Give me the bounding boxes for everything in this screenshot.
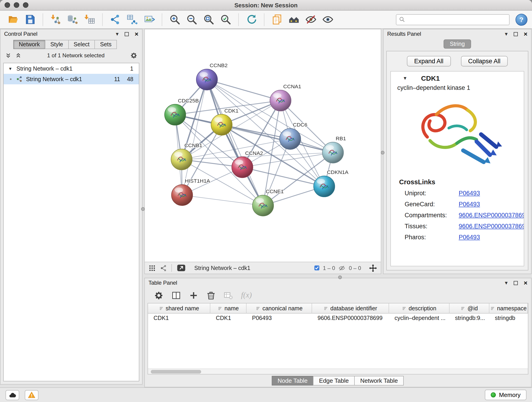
tab-string[interactable]: String <box>443 39 471 49</box>
panel-menu-caret-icon[interactable]: ▾ <box>116 31 119 37</box>
duplicate-network-button[interactable] <box>268 12 285 27</box>
memory-button[interactable]: Memory <box>485 390 526 400</box>
zoom-fit-button[interactable] <box>200 12 217 27</box>
network-node-ccne1[interactable] <box>253 195 273 216</box>
table-horizontal-scrollbar[interactable] <box>148 369 528 374</box>
network-edge[interactable] <box>182 195 263 206</box>
network-canvas[interactable]: CCNB2CCNA1CDC25BCDK1CDC6RB1CCNB1CCNA2CDK… <box>144 29 381 262</box>
network-from-table-button[interactable] <box>124 12 141 27</box>
gear-icon[interactable] <box>130 52 138 59</box>
cell-namespace[interactable]: stringdb <box>489 313 528 323</box>
network-collection-row[interactable]: ▼ String Network – cdk1 1 <box>4 63 139 74</box>
collapse-all-button[interactable]: Collapse All <box>461 56 508 66</box>
show-columns-icon[interactable] <box>171 290 181 300</box>
network-node-cdc25b[interactable] <box>165 104 186 125</box>
collapse-all-icon[interactable] <box>5 52 12 59</box>
network-row-selected[interactable]: ● String Network – cdk1 11 48 <box>4 74 139 84</box>
network-node-ccna1[interactable] <box>270 90 291 111</box>
column-header-canonical-name[interactable]: canonical name <box>247 303 312 313</box>
panel-close-icon[interactable]: × <box>135 31 138 37</box>
gene-card-header[interactable]: ▼ CDK1 <box>391 71 524 84</box>
network-node-hist1h1a[interactable] <box>171 185 192 206</box>
network-edge[interactable] <box>207 80 280 101</box>
column-header-description[interactable]: description <box>389 303 450 313</box>
network-node-cdkn1a[interactable] <box>314 176 335 197</box>
network-edge[interactable] <box>207 80 263 206</box>
import-network-database-button[interactable] <box>64 12 81 27</box>
network-edge[interactable] <box>242 167 324 186</box>
table-row[interactable]: CDK1 CDK1 P06493 9606.ENSP00000378699 cy… <box>148 313 528 323</box>
tab-style[interactable]: Style <box>45 40 69 49</box>
column-header-id[interactable]: @id <box>450 303 489 313</box>
new-network-button[interactable] <box>107 12 124 27</box>
panel-close-icon[interactable]: × <box>524 31 527 37</box>
network-node-ccna2[interactable] <box>232 157 253 178</box>
import-table-file-button[interactable] <box>81 12 98 27</box>
window-minimize-button[interactable] <box>14 2 19 8</box>
search-input[interactable] <box>407 16 506 23</box>
cell-description[interactable]: cyclin–dependent ... <box>389 313 450 323</box>
apply-layout-button[interactable] <box>243 12 260 27</box>
save-session-button[interactable] <box>22 12 38 27</box>
panel-float-icon[interactable] <box>514 32 518 36</box>
gene-expand-icon[interactable]: ▼ <box>403 75 407 80</box>
tab-node-table[interactable]: Node Table <box>272 376 313 385</box>
column-header-name[interactable]: name <box>210 303 247 313</box>
network-node-ccnb2[interactable] <box>196 69 217 90</box>
hide-selected-button[interactable] <box>302 12 319 27</box>
import-network-file-button[interactable] <box>47 12 64 27</box>
expand-all-button[interactable]: Expand All <box>407 56 451 66</box>
delete-column-icon[interactable] <box>206 290 216 300</box>
open-session-button[interactable] <box>5 12 22 27</box>
table-gear-icon[interactable] <box>154 290 164 300</box>
cell-shared-name[interactable]: CDK1 <box>148 313 210 323</box>
tree-expand-icon[interactable]: ▼ <box>8 66 12 71</box>
panel-menu-caret-icon[interactable]: ▾ <box>505 280 508 286</box>
crosslink-uniprot[interactable]: P06493 <box>459 190 524 197</box>
panel-float-icon[interactable] <box>125 32 129 36</box>
show-all-button[interactable] <box>319 12 336 27</box>
cell-name[interactable]: CDK1 <box>210 313 247 323</box>
hidden-eye-icon[interactable] <box>338 265 346 271</box>
selected-checkbox-icon[interactable] <box>314 265 320 271</box>
cell-canonical-name[interactable]: P06493 <box>247 313 312 323</box>
panel-menu-caret-icon[interactable]: ▾ <box>505 31 508 37</box>
warnings-button[interactable] <box>25 390 38 400</box>
crosslink-tissues[interactable]: 9606.ENSP00000378699 <box>459 223 524 230</box>
cloud-status-button[interactable] <box>6 390 19 400</box>
window-close-button[interactable] <box>5 2 10 8</box>
function-builder-icon[interactable]: f(x) <box>241 291 252 300</box>
tab-network[interactable]: Network <box>13 40 45 49</box>
detach-view-button[interactable] <box>176 264 186 272</box>
network-node-cdk1[interactable] <box>211 114 232 135</box>
panel-close-icon[interactable]: × <box>524 280 527 286</box>
expand-all-icon[interactable] <box>15 52 22 59</box>
window-zoom-button[interactable] <box>23 2 28 8</box>
tab-select[interactable]: Select <box>68 40 95 49</box>
network-node-rb1[interactable] <box>322 142 343 163</box>
crosslink-pharos[interactable]: P06493 <box>459 234 524 241</box>
column-header-namespace[interactable]: namespace <box>489 303 528 313</box>
cell-database-identifier[interactable]: 9606.ENSP00000378699 <box>312 313 389 323</box>
help-button[interactable]: ? <box>515 13 527 26</box>
zoom-selected-button[interactable] <box>217 12 234 27</box>
panel-float-icon[interactable] <box>514 281 518 285</box>
network-node-cdc6[interactable] <box>279 128 301 149</box>
zoom-in-button[interactable] <box>166 12 183 27</box>
zoom-out-button[interactable] <box>183 12 200 27</box>
browser-home-button[interactable] <box>285 12 302 27</box>
tab-network-table[interactable]: Network Table <box>354 376 404 385</box>
grid-view-icon[interactable] <box>148 264 156 272</box>
pan-crosshair-icon[interactable] <box>369 264 377 272</box>
cell-id[interactable]: stringdb:9... <box>450 313 489 323</box>
network-node-ccnb1[interactable] <box>171 149 192 170</box>
crosslink-genecard[interactable]: P06493 <box>459 201 524 208</box>
export-image-button[interactable] <box>141 12 158 27</box>
tab-edge-table[interactable]: Edge Table <box>313 376 355 385</box>
scrollbar-thumb[interactable] <box>151 370 201 374</box>
crosslink-compartments[interactable]: 9606.ENSP00000378699 <box>459 212 524 219</box>
column-header-database-identifier[interactable]: database identifier <box>312 303 389 313</box>
delete-table-icon[interactable] <box>224 290 233 300</box>
tab-sets[interactable]: Sets <box>95 40 117 49</box>
birdseye-view-icon[interactable] <box>160 264 167 272</box>
